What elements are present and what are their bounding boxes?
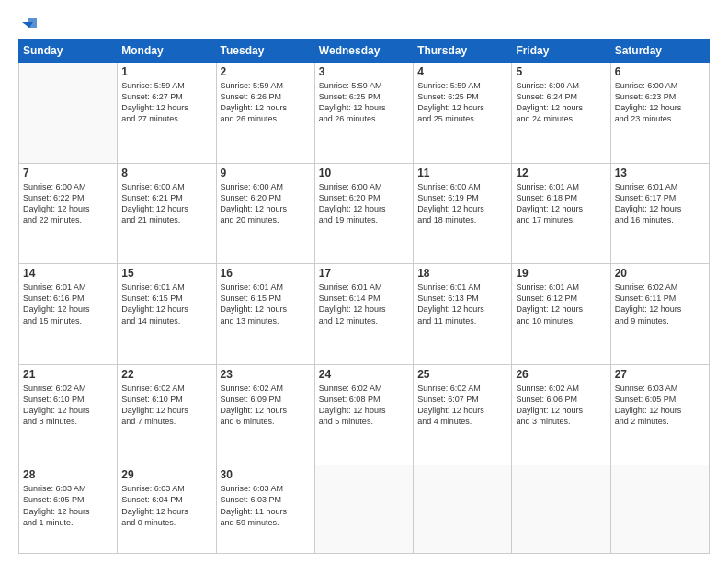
day-number: 4 [417, 65, 507, 78]
day-info: Sunrise: 6:00 AM Sunset: 6:23 PM Dayligh… [615, 80, 705, 125]
weekday-header-friday: Friday [512, 40, 610, 63]
calendar-cell: 9Sunrise: 6:00 AM Sunset: 6:20 PM Daylig… [216, 163, 314, 264]
calendar-cell: 4Sunrise: 5:59 AM Sunset: 6:25 PM Daylig… [414, 63, 512, 164]
day-number: 1 [121, 65, 211, 78]
day-info: Sunrise: 6:01 AM Sunset: 6:12 PM Dayligh… [516, 282, 606, 327]
calendar-week-4: 21Sunrise: 6:02 AM Sunset: 6:10 PM Dayli… [19, 364, 710, 465]
day-info: Sunrise: 6:03 AM Sunset: 6:04 PM Dayligh… [121, 483, 211, 528]
calendar-cell [314, 465, 413, 554]
logo-icon [20, 17, 39, 29]
calendar-cell: 8Sunrise: 6:00 AM Sunset: 6:21 PM Daylig… [118, 163, 216, 264]
day-info: Sunrise: 6:00 AM Sunset: 6:21 PM Dayligh… [121, 181, 211, 226]
day-number: 24 [319, 368, 409, 381]
day-number: 11 [417, 167, 507, 179]
calendar-cell: 12Sunrise: 6:01 AM Sunset: 6:18 PM Dayli… [512, 163, 610, 264]
calendar-cell: 10Sunrise: 6:00 AM Sunset: 6:20 PM Dayli… [314, 163, 413, 264]
calendar-cell: 15Sunrise: 6:01 AM Sunset: 6:15 PM Dayli… [118, 264, 216, 365]
calendar-cell [414, 465, 512, 554]
day-number: 16 [221, 267, 311, 280]
calendar-cell: 27Sunrise: 6:03 AM Sunset: 6:05 PM Dayli… [610, 364, 709, 465]
calendar-cell: 26Sunrise: 6:02 AM Sunset: 6:06 PM Dayli… [512, 364, 610, 465]
calendar-cell: 25Sunrise: 6:02 AM Sunset: 6:07 PM Dayli… [414, 364, 512, 465]
day-info: Sunrise: 6:03 AM Sunset: 6:03 PM Dayligh… [221, 483, 311, 528]
weekday-header-wednesday: Wednesday [314, 40, 413, 63]
weekday-header-sunday: Sunday [19, 40, 118, 63]
day-number: 19 [516, 267, 606, 280]
calendar-cell: 11Sunrise: 6:00 AM Sunset: 6:19 PM Dayli… [414, 163, 512, 264]
day-info: Sunrise: 6:02 AM Sunset: 6:08 PM Dayligh… [319, 383, 409, 428]
calendar-cell: 17Sunrise: 6:01 AM Sunset: 6:14 PM Dayli… [314, 264, 413, 365]
day-number: 23 [221, 368, 311, 381]
calendar-week-3: 14Sunrise: 6:01 AM Sunset: 6:16 PM Dayli… [19, 264, 710, 365]
calendar-cell: 22Sunrise: 6:02 AM Sunset: 6:10 PM Dayli… [118, 364, 216, 465]
day-info: Sunrise: 6:00 AM Sunset: 6:19 PM Dayligh… [417, 181, 507, 226]
day-number: 6 [615, 65, 705, 78]
day-info: Sunrise: 6:01 AM Sunset: 6:16 PM Dayligh… [23, 282, 113, 327]
day-info: Sunrise: 6:03 AM Sunset: 6:05 PM Dayligh… [615, 383, 705, 428]
calendar-cell: 7Sunrise: 6:00 AM Sunset: 6:22 PM Daylig… [19, 163, 118, 264]
day-number: 9 [221, 167, 311, 179]
day-number: 7 [23, 167, 113, 179]
day-number: 17 [319, 267, 409, 280]
calendar-week-1: 1Sunrise: 5:59 AM Sunset: 6:27 PM Daylig… [19, 63, 710, 164]
day-info: Sunrise: 6:01 AM Sunset: 6:15 PM Dayligh… [121, 282, 211, 327]
day-info: Sunrise: 6:00 AM Sunset: 6:24 PM Dayligh… [516, 80, 606, 125]
day-info: Sunrise: 6:00 AM Sunset: 6:20 PM Dayligh… [319, 181, 409, 226]
weekday-header-tuesday: Tuesday [216, 40, 314, 63]
page: SundayMondayTuesdayWednesdayThursdayFrid… [0, 0, 728, 563]
weekday-header-saturday: Saturday [610, 40, 709, 63]
calendar-week-2: 7Sunrise: 6:00 AM Sunset: 6:22 PM Daylig… [19, 163, 710, 264]
day-number: 27 [615, 368, 705, 381]
day-info: Sunrise: 6:02 AM Sunset: 6:06 PM Dayligh… [516, 383, 606, 428]
day-info: Sunrise: 6:03 AM Sunset: 6:05 PM Dayligh… [23, 483, 113, 528]
day-info: Sunrise: 6:02 AM Sunset: 6:10 PM Dayligh… [23, 383, 113, 428]
weekday-header-monday: Monday [118, 40, 216, 63]
day-info: Sunrise: 5:59 AM Sunset: 6:27 PM Dayligh… [121, 80, 211, 125]
day-info: Sunrise: 6:01 AM Sunset: 6:17 PM Dayligh… [615, 181, 705, 226]
day-info: Sunrise: 6:00 AM Sunset: 6:20 PM Dayligh… [221, 181, 311, 226]
day-number: 22 [121, 368, 211, 381]
day-number: 12 [516, 167, 606, 179]
calendar-cell: 30Sunrise: 6:03 AM Sunset: 6:03 PM Dayli… [216, 465, 314, 554]
calendar-cell: 21Sunrise: 6:02 AM Sunset: 6:10 PM Dayli… [19, 364, 118, 465]
day-number: 8 [121, 167, 211, 179]
day-number: 15 [121, 267, 211, 280]
day-info: Sunrise: 6:02 AM Sunset: 6:09 PM Dayligh… [221, 383, 311, 428]
calendar-cell: 23Sunrise: 6:02 AM Sunset: 6:09 PM Dayli… [216, 364, 314, 465]
calendar-cell: 16Sunrise: 6:01 AM Sunset: 6:15 PM Dayli… [216, 264, 314, 365]
day-number: 21 [23, 368, 113, 381]
calendar-cell: 6Sunrise: 6:00 AM Sunset: 6:23 PM Daylig… [610, 63, 709, 164]
day-number: 18 [417, 267, 507, 280]
day-info: Sunrise: 5:59 AM Sunset: 6:25 PM Dayligh… [319, 80, 409, 125]
calendar-cell: 5Sunrise: 6:00 AM Sunset: 6:24 PM Daylig… [512, 63, 610, 164]
calendar-header-row: SundayMondayTuesdayWednesdayThursdayFrid… [19, 40, 710, 63]
calendar-cell: 2Sunrise: 5:59 AM Sunset: 6:26 PM Daylig… [216, 63, 314, 164]
day-info: Sunrise: 5:59 AM Sunset: 6:25 PM Dayligh… [417, 80, 507, 125]
day-number: 10 [319, 167, 409, 179]
calendar-cell [19, 63, 118, 164]
calendar-cell: 24Sunrise: 6:02 AM Sunset: 6:08 PM Dayli… [314, 364, 413, 465]
day-info: Sunrise: 6:02 AM Sunset: 6:07 PM Dayligh… [417, 383, 507, 428]
calendar-table: SundayMondayTuesdayWednesdayThursdayFrid… [18, 39, 710, 554]
day-number: 29 [121, 468, 211, 481]
day-number: 30 [221, 468, 311, 481]
day-info: Sunrise: 6:02 AM Sunset: 6:10 PM Dayligh… [121, 383, 211, 428]
day-info: Sunrise: 6:02 AM Sunset: 6:11 PM Dayligh… [615, 282, 705, 327]
day-number: 2 [221, 65, 311, 78]
day-number: 26 [516, 368, 606, 381]
header [18, 17, 710, 29]
day-number: 25 [417, 368, 507, 381]
day-number: 20 [615, 267, 705, 280]
day-info: Sunrise: 6:01 AM Sunset: 6:15 PM Dayligh… [221, 282, 311, 327]
calendar-cell: 1Sunrise: 5:59 AM Sunset: 6:27 PM Daylig… [118, 63, 216, 164]
calendar-cell [610, 465, 709, 554]
calendar-cell: 20Sunrise: 6:02 AM Sunset: 6:11 PM Dayli… [610, 264, 709, 365]
day-info: Sunrise: 6:01 AM Sunset: 6:13 PM Dayligh… [417, 282, 507, 327]
calendar-cell: 28Sunrise: 6:03 AM Sunset: 6:05 PM Dayli… [19, 465, 118, 554]
calendar-cell: 14Sunrise: 6:01 AM Sunset: 6:16 PM Dayli… [19, 264, 118, 365]
day-number: 5 [516, 65, 606, 78]
day-number: 28 [23, 468, 113, 481]
day-info: Sunrise: 5:59 AM Sunset: 6:26 PM Dayligh… [221, 80, 311, 125]
calendar-cell: 18Sunrise: 6:01 AM Sunset: 6:13 PM Dayli… [414, 264, 512, 365]
day-number: 3 [319, 65, 409, 78]
